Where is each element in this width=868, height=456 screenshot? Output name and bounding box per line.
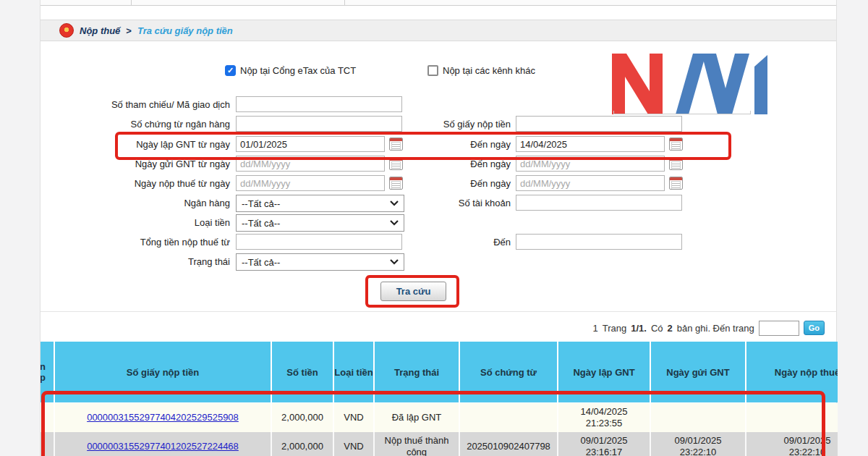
- filter-input-0-l[interactable]: [236, 96, 402, 112]
- filter-input-7-l[interactable]: [236, 234, 402, 250]
- filter-row: Tổng tiền nộp thuế từĐến: [41, 234, 836, 253]
- menu-divider: [131, 0, 132, 6]
- filter-input-4-r[interactable]: [516, 175, 665, 191]
- filter-row: Ngày nộp thuế từ ngàyĐến ngày: [41, 175, 836, 194]
- logo-underline: [613, 111, 751, 114]
- table-header-6: Ngày lập GNT: [558, 342, 651, 402]
- table-cell: [460, 403, 558, 432]
- filter-label: Tổng tiền nộp thuế từ: [41, 237, 230, 248]
- menu-divider: [344, 0, 345, 6]
- table-cell: [41, 403, 55, 432]
- filter-select-8-l[interactable]: --Tất cả--: [236, 253, 404, 271]
- table-cell: VND: [334, 432, 375, 456]
- table-cell: [746, 403, 838, 432]
- filter-label: Số tham chiếu/ Mã giao dịch: [41, 99, 230, 110]
- current-page-number[interactable]: 1: [592, 323, 597, 334]
- channel-option: Nộp tại các kênh khác: [427, 65, 535, 76]
- calendar-icon[interactable]: [669, 177, 683, 190]
- filter-label: Đến ngày: [395, 178, 511, 189]
- filter-label: Ngày lập GNT từ ngày: [41, 139, 230, 150]
- record-count: 2: [668, 323, 673, 334]
- table-row: 000000315529774042025295259082,000,000VN…: [41, 403, 838, 432]
- page-info: 1/1.: [631, 323, 647, 334]
- select-value: --Tất cả--: [242, 257, 280, 268]
- filter-input-1-l[interactable]: [236, 116, 402, 132]
- filter-label: Số giấy nộp tiền: [395, 119, 511, 130]
- filter-input-2-r[interactable]: [516, 136, 665, 152]
- breadcrumb: Nộp thuế > Tra cứu giấy nộp tiền: [41, 20, 836, 41]
- results-table-wrap: n pSố giấy nộp tiềnSố tiềnLoại tiềnTrạng…: [41, 342, 838, 456]
- table-header-4: Trạng thái: [375, 342, 460, 402]
- pagination-label: bản ghi. Đến trang: [677, 323, 754, 334]
- table-cell: Đã lập GNT: [375, 403, 460, 432]
- section-divider: [41, 311, 836, 312]
- filter-row: Ngày lập GNT từ ngàyĐến ngày: [41, 136, 836, 155]
- pagination: 1 Trang 1/1. Có 2 bản ghi. Đến trang Go: [592, 319, 825, 337]
- table-cell: 00000031552977404202529525908: [55, 403, 272, 432]
- filter-label: Ngày nộp thuế từ ngày: [41, 178, 230, 189]
- filter-select-6-l[interactable]: --Tất cả--: [236, 214, 404, 232]
- table-header-5: Số chứng từ: [460, 342, 558, 402]
- checkbox-label: Nộp tại Cổng eTax của TCT: [240, 65, 356, 76]
- select-value: --Tất cả--: [242, 198, 280, 209]
- table-body: 000000315529774042025295259082,000,000VN…: [41, 403, 838, 456]
- go-button[interactable]: Go: [804, 321, 825, 335]
- filter-label: Đến ngày: [395, 139, 511, 150]
- results-table: n pSố giấy nộp tiềnSố tiềnLoại tiềnTrạng…: [41, 342, 838, 456]
- filter-row: Trạng thái--Tất cả--: [41, 253, 836, 272]
- gnt-number-link[interactable]: 00000031552977404202529525908: [87, 412, 239, 423]
- table-cell: 14/04/2025 21:23:55: [558, 403, 651, 432]
- gnt-number-link[interactable]: 00000031552977401202527224468: [87, 441, 239, 452]
- calendar-icon[interactable]: [669, 157, 683, 170]
- search-button[interactable]: Tra cứu: [380, 282, 446, 301]
- filter-row: Ngân hàng--Tất cả--Số tài khoản: [41, 195, 836, 214]
- table-cell: Nộp thuế thành công: [375, 432, 460, 456]
- table-cell: 09/01/2025 23:22:10: [746, 432, 838, 456]
- chevron-down-icon: [390, 259, 399, 265]
- goto-page-input[interactable]: [759, 321, 799, 336]
- breadcrumb-section: Nộp thuế: [80, 25, 120, 36]
- breadcrumb-current[interactable]: Tra cứu giấy nộp tiền: [137, 25, 233, 36]
- filter-input-2-l[interactable]: [236, 136, 385, 152]
- table-header-8: Ngày nộp thuế: [746, 342, 838, 402]
- table-header-row: n pSố giấy nộp tiềnSố tiềnLoại tiềnTrạng…: [41, 342, 838, 402]
- filter-input-3-r[interactable]: [516, 156, 665, 172]
- checkbox-unchecked[interactable]: [427, 65, 438, 76]
- calendar-icon[interactable]: [669, 138, 683, 151]
- filter-select-5-l[interactable]: --Tất cả--: [236, 195, 404, 212]
- table-header-1: Số giấy nộp tiền: [55, 342, 272, 402]
- table-row: 000000315529774012025272244682,000,000VN…: [41, 432, 838, 456]
- filter-row: Số chứng từ ngân hàngSố giấy nộp tiền: [41, 116, 836, 135]
- checkbox-checked[interactable]: ✓: [225, 65, 236, 76]
- filter-row: Ngày gửi GNT từ ngàyĐến ngày: [41, 156, 836, 174]
- filter-label: Ngân hàng: [41, 198, 230, 208]
- table-cell: 09/01/2025 23:16:17: [558, 432, 651, 456]
- pagination-label: Trang: [603, 323, 626, 334]
- filter-input-5-r[interactable]: [516, 195, 682, 211]
- select-value: --Tất cả--: [242, 218, 280, 229]
- filter-input-1-r[interactable]: [516, 116, 682, 132]
- table-header-2: Số tiền: [272, 342, 334, 402]
- filter-label: Đến: [395, 237, 511, 248]
- filter-row: Loại tiền--Tất cả--: [41, 214, 836, 233]
- nvi-watermark-logo: [612, 54, 767, 114]
- filter-input-4-l[interactable]: [236, 175, 385, 191]
- filter-input-7-r[interactable]: [516, 234, 682, 250]
- table-cell: 2025010902407798: [460, 432, 558, 456]
- table-cell: 2,000,000: [272, 403, 334, 432]
- filter-label: Loại tiền: [41, 217, 230, 228]
- breadcrumb-separator: >: [126, 25, 132, 36]
- table-header-3: Loại tiền: [334, 342, 375, 402]
- tax-portal-logo-icon: [59, 23, 74, 38]
- table-cell: 09/01/2025 23:22:10: [651, 432, 746, 456]
- table-cell: VND: [334, 403, 375, 432]
- table-header-0: n p: [41, 342, 55, 402]
- page-content: Nộp thuế > Tra cứu giấy nộp tiền ✓Nộp tạ…: [40, 0, 837, 456]
- table-cell: 00000031552977401202527224468: [55, 432, 272, 456]
- filter-input-3-l[interactable]: [236, 156, 385, 172]
- table-cell: [651, 403, 746, 432]
- table-header-7: Ngày gửi GNT: [651, 342, 746, 402]
- table-cell: 2,000,000: [272, 432, 334, 456]
- etax-search-page: Nộp thuế > Tra cứu giấy nộp tiền ✓Nộp tạ…: [0, 0, 868, 456]
- channel-option: ✓Nộp tại Cổng eTax của TCT: [225, 65, 356, 76]
